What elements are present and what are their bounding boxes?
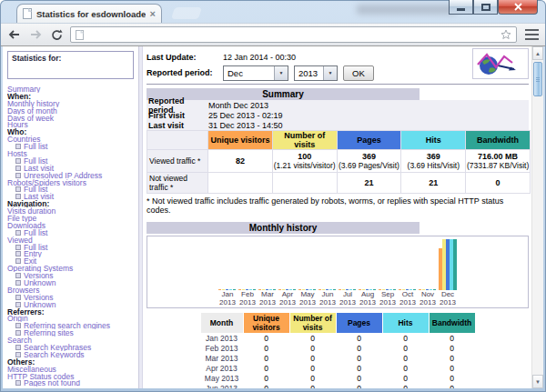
expand-icon[interactable] [15, 144, 21, 149]
sidebar-item[interactable]: Versions [7, 272, 138, 279]
sidebar-item[interactable]: Full list [7, 244, 138, 251]
expand-icon[interactable] [15, 245, 21, 250]
expand-icon[interactable] [15, 230, 21, 236]
sidebar-item[interactable]: Exit [7, 257, 138, 265]
menu-icon[interactable] [525, 29, 539, 40]
vertical-scrollbar[interactable]: ▲ ▼ [531, 46, 543, 388]
refresh-button[interactable] [49, 27, 64, 42]
ok-button[interactable]: OK [343, 65, 374, 81]
maximize-button[interactable] [473, 0, 498, 15]
chart-month-label: Dec 2013 [440, 291, 456, 307]
expand-icon[interactable] [15, 330, 21, 336]
awstats-logo [472, 48, 529, 79]
sidebar-item[interactable]: Days of month [7, 107, 138, 115]
chart-bars [218, 237, 237, 290]
statistics-for-label: Statistics for: [12, 54, 61, 63]
chart-month-column: Oct 2013 [398, 237, 418, 307]
expand-icon[interactable] [15, 186, 21, 192]
month-select[interactable]: Dec ▼ [223, 65, 288, 81]
expand-icon[interactable] [15, 194, 21, 199]
expand-icon[interactable] [15, 173, 21, 178]
not-viewed-row: Not viewed traffic * 21210 [147, 173, 530, 193]
sidebar-item[interactable]: Full list [7, 186, 138, 193]
scroll-up-button[interactable]: ▲ [532, 46, 543, 60]
sidebar-item[interactable]: Robots/Spiders visitors [7, 179, 138, 186]
expand-icon[interactable] [15, 380, 21, 386]
year-select[interactable]: 2013 ▼ [294, 65, 338, 81]
month-cell: May 2013 [201, 374, 243, 383]
sidebar-item[interactable]: Countries [7, 136, 138, 143]
chart-month-label: Feb 2013 [239, 291, 256, 307]
forward-button[interactable] [28, 27, 43, 42]
expand-icon[interactable] [15, 166, 21, 171]
zero-dash-bandwidth [333, 289, 336, 290]
expand-icon[interactable] [15, 158, 21, 164]
sidebar-item[interactable]: Downloads [7, 222, 138, 229]
browser-toolbar [1, 23, 545, 46]
browser-tab[interactable]: Statistics for esdownloade × [16, 4, 162, 23]
sidebar-item-label: Full list [24, 229, 47, 236]
sidebar-item[interactable]: Browsers [7, 286, 138, 294]
expand-icon[interactable] [15, 280, 21, 286]
sidebar-item[interactable]: Search Keywords [7, 351, 138, 358]
sidebar-item[interactable]: Miscellaneous [7, 366, 138, 373]
value-cell: 0 [290, 384, 336, 388]
sidebar-section-header: Referrers: [7, 308, 138, 316]
sidebar-item[interactable]: Search Keyphrases [7, 344, 138, 351]
scrollbar-thumb[interactable] [533, 62, 542, 96]
column-header: Number of visits [273, 131, 337, 149]
traffic-table: Unique visitorsNumber of visitsPagesHits… [147, 130, 531, 194]
sidebar-item[interactable]: Full list [7, 143, 138, 150]
reported-period-label: Reported period: [147, 68, 223, 77]
sidebar-item[interactable]: Summary [7, 85, 138, 93]
sidebar-item[interactable]: Last visit [7, 193, 138, 200]
monthly-column-header: Month [201, 313, 243, 333]
expand-icon[interactable] [15, 251, 21, 256]
sidebar-item[interactable]: Last visit [7, 165, 138, 172]
sidebar-item[interactable]: Unresolved IP Address [7, 172, 138, 179]
expand-icon[interactable] [15, 345, 21, 350]
sidebar-item[interactable]: Referring sites [7, 329, 138, 337]
sidebar-item[interactable]: Viewed [7, 236, 138, 244]
sidebar-item[interactable]: Unknown [7, 279, 138, 286]
dropdown-arrow-icon[interactable]: ▼ [274, 66, 288, 80]
minimize-button[interactable] [449, 0, 473, 15]
sidebar-item[interactable]: Pages not found [7, 380, 138, 387]
scroll-down-button[interactable]: ▼ [532, 375, 543, 388]
address-bar[interactable] [70, 26, 517, 43]
sidebar-item[interactable]: Full list [7, 157, 138, 165]
expand-icon[interactable] [15, 295, 21, 300]
sidebar-item[interactable]: Versions [7, 294, 138, 301]
dropdown-arrow-icon[interactable]: ▼ [323, 66, 337, 80]
sidebar-item[interactable]: Hours [7, 121, 138, 128]
sidebar-item[interactable]: Unknown [7, 301, 138, 308]
expand-icon[interactable] [15, 352, 21, 357]
sidebar-item[interactable]: Hosts [7, 150, 138, 157]
value-cell: 0 [244, 344, 289, 353]
expand-icon[interactable] [15, 323, 21, 328]
sidebar-item[interactable]: Origin [7, 316, 138, 323]
close-button[interactable] [498, 0, 538, 15]
expand-icon[interactable] [15, 273, 21, 278]
sidebar-item[interactable]: File type [7, 215, 138, 222]
sidebar-item[interactable]: Referring search engines [7, 322, 138, 329]
sidebar-section-header: Navigation: [7, 200, 138, 207]
sidebar-item[interactable]: Visits duration [7, 207, 138, 215]
value-cell: 0 [383, 334, 429, 343]
bookmark-star-icon[interactable] [500, 29, 511, 40]
sidebar-item[interactable]: Monthly history [7, 100, 138, 107]
tab-close-icon[interactable]: × [150, 9, 156, 18]
sidebar-item[interactable]: HTTP Status codes [7, 373, 138, 380]
back-button[interactable] [7, 27, 22, 42]
sidebar-item[interactable]: Full list [7, 229, 138, 236]
sidebar-item[interactable]: Search [7, 337, 138, 344]
sidebar-item[interactable]: Entry [7, 250, 138, 257]
refresh-icon [51, 29, 63, 41]
expand-icon[interactable] [15, 302, 21, 307]
sidebar-item[interactable]: Operating Systems [7, 265, 138, 272]
expand-icon[interactable] [15, 258, 21, 264]
new-tab-button[interactable] [171, 7, 202, 19]
sidebar: Statistics for: SummaryWhen:Monthly hist… [3, 46, 138, 388]
value-cell: 0 [290, 364, 336, 373]
sidebar-item[interactable]: Days of week [7, 115, 138, 122]
